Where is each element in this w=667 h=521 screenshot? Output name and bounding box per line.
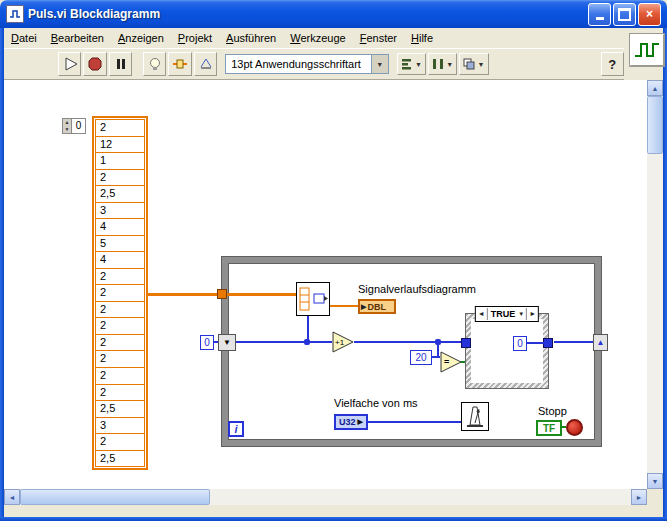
close-button[interactable]: × bbox=[638, 3, 661, 26]
timing-label[interactable]: Vielfache von ms bbox=[334, 397, 418, 409]
scroll-left-button[interactable]: ◄ bbox=[4, 489, 20, 505]
cleanup-diagram-button[interactable] bbox=[194, 52, 217, 76]
array-element[interactable]: 2 bbox=[95, 433, 145, 451]
constant20-wire[interactable] bbox=[432, 356, 440, 358]
reorder-dropdown-icon: ▼ bbox=[477, 61, 484, 68]
count-wire-left[interactable] bbox=[236, 341, 332, 343]
retain-wire-values-button[interactable] bbox=[168, 52, 191, 76]
loop-condition-terminal[interactable] bbox=[566, 419, 583, 436]
menu-item-fenster[interactable]: Fenster bbox=[353, 29, 404, 47]
chart-label[interactable]: Signalverlaufsdiagramm bbox=[358, 283, 476, 295]
array-element[interactable]: 2 bbox=[95, 367, 145, 385]
pause-button[interactable] bbox=[109, 52, 132, 76]
distribute-objects-button[interactable]: ▼ bbox=[428, 53, 457, 75]
array-element[interactable]: 5 bbox=[95, 235, 145, 253]
increment-label: +1 bbox=[335, 338, 345, 347]
array-element[interactable]: 3 bbox=[95, 202, 145, 220]
array-element[interactable]: 2 bbox=[95, 384, 145, 402]
array-index-value[interactable]: 0 bbox=[72, 119, 85, 133]
case-structure[interactable]: ◄ TRUE ▼ ► 0 bbox=[465, 313, 549, 389]
iteration-terminal[interactable]: i bbox=[228, 421, 244, 437]
wait-wire[interactable] bbox=[368, 421, 461, 423]
increment-node[interactable]: +1 bbox=[332, 331, 354, 353]
minimize-button[interactable] bbox=[588, 3, 611, 26]
menu-item-projekt[interactable]: Projekt bbox=[171, 29, 219, 47]
menu-item-datei[interactable]: Datei bbox=[4, 29, 44, 47]
abort-button[interactable] bbox=[83, 52, 106, 76]
timing-control-terminal[interactable]: U32 ▶ bbox=[334, 414, 368, 430]
shift-register-init-constant[interactable]: 0 bbox=[200, 335, 214, 350]
case-reset-wire[interactable] bbox=[527, 342, 547, 344]
array-element[interactable]: 4 bbox=[95, 218, 145, 236]
shift-register-right[interactable]: ▲ bbox=[593, 334, 608, 351]
array-element[interactable]: 2 bbox=[95, 119, 145, 137]
vertical-scroll-thumb[interactable] bbox=[647, 96, 663, 154]
block-diagram-canvas[interactable]: ▲ ▼ 0 2 12 1 2 2,5 3 4 5 4 2 2 2 2 2 2 2… bbox=[4, 80, 647, 489]
highlight-execution-button[interactable] bbox=[143, 52, 166, 76]
window-icon[interactable] bbox=[6, 5, 24, 23]
array-element[interactable]: 3 bbox=[95, 417, 145, 435]
font-selector[interactable]: 13pt Anwendungsschriftart ▼ bbox=[225, 54, 389, 74]
array-element[interactable]: 1 bbox=[95, 152, 145, 170]
index-down-icon[interactable]: ▼ bbox=[63, 126, 71, 133]
menu-item-bearbeiten[interactable]: Bearbeiten bbox=[44, 29, 111, 47]
wait-ms-multiple-node[interactable] bbox=[461, 402, 489, 431]
scroll-up-button[interactable]: ▲ bbox=[647, 80, 663, 96]
font-selector-dropdown-icon[interactable]: ▼ bbox=[371, 55, 388, 73]
array-element[interactable]: 4 bbox=[95, 251, 145, 269]
horizontal-scrollbar[interactable]: ◄ ► bbox=[4, 489, 647, 505]
stop-boolean-constant[interactable]: TF bbox=[536, 420, 562, 436]
stop-label[interactable]: Stopp bbox=[538, 405, 567, 417]
array-constant[interactable]: 2 12 1 2 2,5 3 4 5 4 2 2 2 2 2 2 2 2 2,5… bbox=[92, 116, 148, 470]
array-element[interactable]: 2 bbox=[95, 350, 145, 368]
wire-junction bbox=[304, 339, 310, 345]
chart-wire[interactable] bbox=[330, 305, 358, 307]
case-input-tunnel[interactable] bbox=[461, 338, 471, 348]
window-frame-right bbox=[663, 28, 667, 521]
comparison-constant[interactable]: 20 bbox=[410, 350, 432, 365]
chart-indicator-terminal[interactable]: ▶ DBL bbox=[358, 299, 396, 314]
menu-item-hilfe[interactable]: Hilfe bbox=[404, 29, 440, 47]
loop-input-tunnel[interactable] bbox=[217, 289, 227, 299]
run-button[interactable] bbox=[58, 52, 81, 76]
array-element[interactable]: 2 bbox=[95, 284, 145, 302]
case-next-icon[interactable]: ► bbox=[526, 308, 538, 320]
vertical-scrollbar[interactable]: ▲ ▼ bbox=[647, 80, 663, 489]
array-element[interactable]: 2 bbox=[95, 317, 145, 335]
equals-node[interactable]: = bbox=[440, 351, 462, 373]
menu-item-werkzeuge[interactable]: Werkzeuge bbox=[283, 29, 352, 47]
array-element[interactable]: 12 bbox=[95, 136, 145, 154]
scroll-right-button[interactable]: ► bbox=[631, 489, 647, 505]
maximize-button[interactable] bbox=[613, 3, 636, 26]
array-element[interactable]: 2 bbox=[95, 301, 145, 319]
titlebar[interactable]: Puls.vi Blockdiagramm × bbox=[0, 0, 667, 28]
vi-icon-panel[interactable] bbox=[630, 34, 664, 66]
array-element[interactable]: 2,5 bbox=[95, 185, 145, 203]
array-index-spinner[interactable]: ▲ ▼ bbox=[63, 119, 72, 133]
reorder-objects-button[interactable]: ▼ bbox=[459, 53, 488, 75]
case-reset-constant[interactable]: 0 bbox=[513, 336, 527, 351]
array-index-display[interactable]: ▲ ▼ 0 bbox=[62, 118, 86, 134]
count-wire-right[interactable] bbox=[354, 341, 461, 343]
help-button[interactable]: ? bbox=[601, 52, 624, 76]
timing-type-label: U32 bbox=[339, 417, 356, 427]
scroll-down-button[interactable]: ▼ bbox=[647, 473, 663, 489]
case-selector[interactable]: ◄ TRUE ▼ ► bbox=[475, 306, 539, 322]
menu-item-ausfuehren[interactable]: Ausführen bbox=[219, 29, 283, 47]
array-element[interactable]: 2 bbox=[95, 268, 145, 286]
align-objects-icon bbox=[401, 58, 413, 70]
shift-register-left[interactable]: ▼ bbox=[218, 334, 236, 351]
index-array-node[interactable] bbox=[296, 282, 330, 316]
case-selector-down-icon[interactable]: ▼ bbox=[518, 308, 526, 320]
case-output-wire[interactable] bbox=[554, 341, 593, 343]
array-element[interactable]: 2,5 bbox=[95, 450, 145, 468]
menu-item-anzeigen[interactable]: Anzeigen bbox=[111, 29, 171, 47]
array-element[interactable]: 2,5 bbox=[95, 400, 145, 418]
horizontal-scroll-thumb[interactable] bbox=[20, 489, 210, 505]
case-prev-icon[interactable]: ◄ bbox=[476, 308, 488, 320]
index-up-icon[interactable]: ▲ bbox=[63, 119, 71, 126]
array-element[interactable]: 2 bbox=[95, 169, 145, 187]
case-selector-label[interactable]: TRUE bbox=[488, 308, 519, 320]
array-element[interactable]: 2 bbox=[95, 334, 145, 352]
align-objects-button[interactable]: ▼ bbox=[397, 53, 426, 75]
